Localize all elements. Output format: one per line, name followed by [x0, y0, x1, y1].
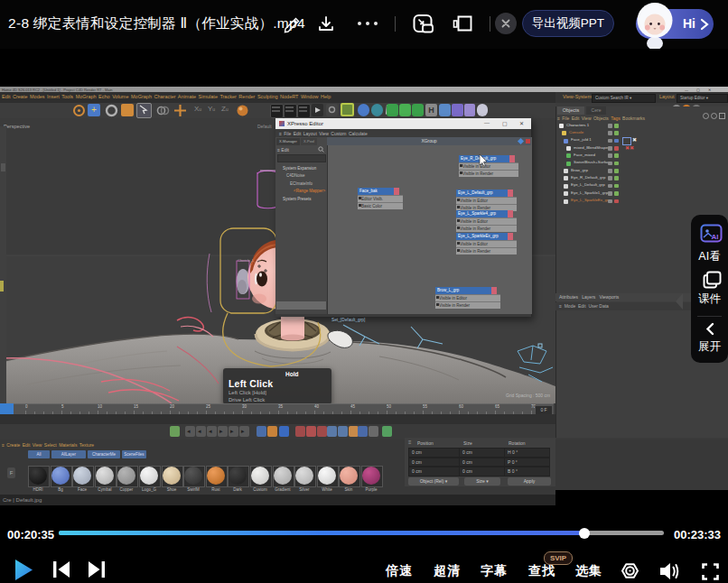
svg-text:AI: AI [712, 233, 719, 241]
svg-text:Default: Default [257, 125, 272, 129]
svg-text:Grid Spacing : 500 cm: Grid Spacing : 500 cm [506, 393, 550, 398]
svg-text:Clavicle_L_Up: Clavicle_L_Up [238, 258, 262, 263]
svg-text:Perspective: Perspective [4, 124, 30, 129]
